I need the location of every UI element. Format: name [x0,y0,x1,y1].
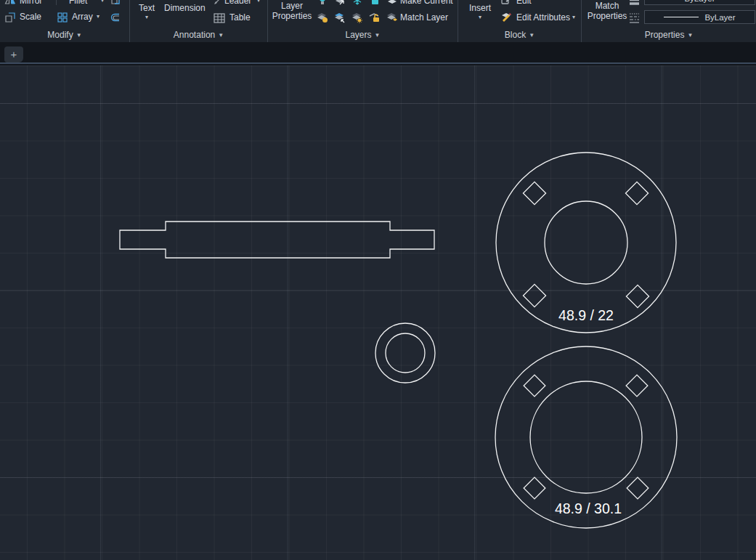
panel-modify: Mirror Fillet ▾ Scale [0,0,129,42]
layers-panel-expand-arrow[interactable]: ▼ [375,32,381,38]
model-space-canvas[interactable] [0,65,756,560]
insert-dropdown-arrow[interactable]: ▾ [464,14,496,20]
table-icon [213,12,226,25]
leader-icon [211,0,224,7]
block-panel-title[interactable]: Block▼ [458,30,581,40]
layers-panel-title[interactable]: Layers▼ [268,30,458,40]
mirror-icon [4,0,17,7]
layer-off-icon[interactable] [316,11,329,24]
layer-unlock-icon[interactable] [368,11,381,24]
column-separator [56,0,57,5]
panel-annotation: Text ▾ Dimension Leader ▾ Table Annotati… [129,0,267,42]
layer-properties-button[interactable]: Layer Properties [269,1,314,21]
match-layer-button[interactable]: Match Layer [400,12,448,23]
panel-layers: Layer Properties [267,0,458,42]
offset-icon[interactable] [109,11,122,24]
block-panel-expand-arrow[interactable]: ▼ [529,32,535,38]
autocad-window: Mirror Fillet ▾ Scale [0,0,756,560]
block-edit-button[interactable]: Edit [516,0,532,6]
insert-button[interactable]: Insert [464,3,496,13]
panel-properties: Match Properties ByLayer [581,0,756,42]
match-properties-button[interactable]: Match Properties [585,1,630,21]
layer-walk-icon[interactable] [333,0,346,7]
new-drawing-tab-button[interactable]: + [4,46,23,62]
make-current-icon [386,0,399,7]
ribbon: Mirror Fillet ▾ Scale [0,0,756,42]
table-button[interactable]: Table [229,12,251,23]
file-tab-bar: + [0,42,756,64]
array-button[interactable]: Array [72,12,93,22]
explode-icon[interactable] [109,0,122,7]
annotation-panel-expand-arrow[interactable]: ▼ [218,32,224,38]
array-dropdown-arrow[interactable]: ▾ [97,13,99,20]
linetype-icon [627,11,641,24]
leader-dropdown-arrow[interactable]: ▾ [257,0,260,4]
layer-freeze-icon[interactable] [351,0,364,7]
lineweight-select[interactable]: ByLayer [644,10,755,24]
properties-panel-title[interactable]: Properties▼ [582,30,756,40]
annotation-panel-title[interactable]: Annotation▼ [130,30,267,40]
edit-attributes-button[interactable]: Edit Attributes [516,12,570,23]
scale-icon [4,11,17,24]
leader-button[interactable]: Leader [224,0,251,6]
fillet-dropdown-arrow[interactable]: ▾ [101,0,104,4]
lineweight-value: ByLayer [704,13,735,22]
fillet-button[interactable]: Fillet [69,0,87,6]
linetype-select[interactable]: ByLayer [644,0,755,5]
make-current-button[interactable]: Make Current [400,0,453,6]
linetype-value: ByLayer [684,0,715,3]
panel-block: Insert ▾ Edit Edit Attributes ▾ Block▼ [458,0,581,42]
layer-on-bulb-icon[interactable] [316,0,329,7]
mirror-button[interactable]: Mirror [20,0,42,6]
text-button[interactable]: Text [130,3,163,13]
match-layer-icon [386,11,399,24]
layer-lock-icon[interactable] [368,0,381,7]
scale-button[interactable]: Scale [20,12,41,22]
layer-thaw-icon[interactable] [351,11,364,24]
modify-panel-title[interactable]: Modify▼ [0,30,129,40]
lineweight-icon [627,0,641,7]
block-edit-icon [500,0,513,7]
dimension-button[interactable]: Dimension [164,3,206,13]
text-dropdown-arrow[interactable]: ▾ [130,14,163,20]
array-icon [56,11,69,24]
edit-attributes-dropdown-arrow[interactable]: ▾ [572,14,575,20]
edit-attributes-icon [500,11,513,24]
lineweight-sample-line [664,17,699,17]
modify-panel-expand-arrow[interactable]: ▼ [76,32,82,38]
properties-panel-expand-arrow[interactable]: ▼ [687,32,693,38]
layer-isolate-icon[interactable] [333,11,346,24]
